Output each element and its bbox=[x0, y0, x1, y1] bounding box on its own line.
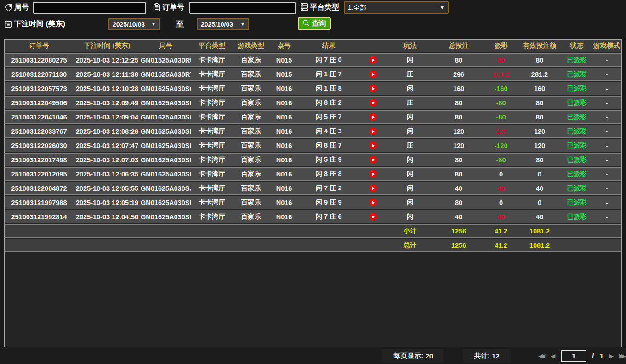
cell-total: 160 bbox=[433, 85, 484, 92]
table-row[interactable]: 2510031220711302025-10-03 12:11:38GN0152… bbox=[5, 68, 621, 81]
table-row[interactable]: 2510031220410462025-10-03 12:09:04GN0162… bbox=[5, 110, 621, 124]
table-row[interactable]: 2510031220802752025-10-03 12:12:25GN0152… bbox=[5, 53, 621, 67]
cell-round: GN01525A030RT bbox=[141, 71, 191, 78]
cell-game: 百家乐 bbox=[233, 56, 269, 64]
next-page-icon[interactable]: ▶ bbox=[609, 353, 614, 359]
cell-order: 251003122012095 bbox=[5, 171, 74, 178]
cell-result: 闲 1 庄 7 bbox=[299, 70, 359, 79]
table-row[interactable]: 2510031220120952025-10-03 12:06:35GN0162… bbox=[5, 167, 621, 181]
play-video-icon[interactable] bbox=[369, 156, 377, 164]
round-number-input[interactable] bbox=[33, 2, 146, 14]
play-video-icon[interactable] bbox=[369, 127, 377, 135]
cell-status: 已派彩 bbox=[562, 98, 592, 107]
cell-replay bbox=[359, 170, 387, 178]
cell-mode: - bbox=[592, 185, 621, 192]
cell-table_no: N016 bbox=[269, 114, 299, 121]
table-row[interactable]: 2510031220575732025-10-03 12:10:28GN0162… bbox=[5, 82, 621, 95]
cell-status: 已派彩 bbox=[562, 127, 592, 136]
cell-mode: - bbox=[592, 128, 621, 135]
cell-table_no: N016 bbox=[269, 199, 299, 206]
subtotal-row: 小计125641.21081.2 bbox=[5, 224, 621, 238]
play-video-icon[interactable] bbox=[369, 99, 377, 107]
first-page-icon[interactable]: ◀◀ bbox=[538, 353, 545, 359]
total-pages: 1 bbox=[600, 352, 603, 360]
cell-total: 120 bbox=[433, 142, 484, 149]
table-row[interactable]: 2510031220260302025-10-03 12:07:47GN0162… bbox=[5, 139, 621, 152]
cell-time: 2025-10-03 12:11:38 bbox=[74, 71, 141, 78]
table-row[interactable]: 2510031220174982025-10-03 12:07:03GN0162… bbox=[5, 153, 621, 166]
cell-mode: - bbox=[592, 57, 621, 64]
date-to-picker[interactable]: 2025/10/03 ▼ bbox=[197, 18, 249, 30]
cell-valid: 80 bbox=[518, 57, 562, 64]
cell-status: 已派彩 bbox=[562, 84, 592, 93]
cell-valid: 80 bbox=[518, 114, 562, 121]
cell-game: 百家乐 bbox=[233, 127, 269, 136]
cell-round: GN01625A030SP bbox=[141, 99, 191, 107]
play-video-icon[interactable] bbox=[369, 184, 377, 192]
total-count-value: 12 bbox=[492, 352, 500, 360]
sum-total: 1256 bbox=[433, 228, 484, 235]
play-video-icon[interactable] bbox=[369, 70, 377, 78]
cell-play_type: 庄 bbox=[387, 70, 433, 79]
table-row[interactable]: 2510031220048722025-10-03 12:05:55GN0162… bbox=[5, 182, 621, 195]
cell-result: 闲 8 庄 8 bbox=[299, 170, 359, 178]
cell-game: 百家乐 bbox=[233, 84, 269, 93]
column-header: 玩法 bbox=[387, 41, 433, 50]
cell-valid: 80 bbox=[518, 156, 562, 164]
cell-valid: 120 bbox=[518, 128, 562, 135]
order-number-input[interactable] bbox=[189, 2, 296, 14]
page-number-input[interactable] bbox=[561, 350, 586, 362]
sum-payout: 41.2 bbox=[484, 242, 518, 249]
per-page-label: 每页显示: bbox=[393, 352, 423, 360]
cell-total: 120 bbox=[433, 128, 484, 135]
date-from-picker[interactable]: 2025/10/03 ▼ bbox=[108, 18, 160, 30]
cell-status: 已派彩 bbox=[562, 198, 592, 207]
last-page-icon[interactable]: ▶▶ bbox=[619, 353, 626, 359]
play-video-icon[interactable] bbox=[369, 213, 377, 221]
cell-result: 闲 5 庄 9 bbox=[299, 155, 359, 164]
sum-payout: 41.2 bbox=[484, 228, 518, 235]
play-video-icon[interactable] bbox=[369, 113, 377, 121]
calendar-icon bbox=[4, 19, 13, 30]
cell-mode: - bbox=[592, 213, 621, 221]
cell-time: 2025-10-03 12:08:28 bbox=[74, 128, 141, 135]
table-row[interactable]: 2510031220495062025-10-03 12:09:49GN0162… bbox=[5, 96, 621, 109]
play-video-icon[interactable] bbox=[369, 56, 377, 64]
query-button[interactable]: 查询 bbox=[298, 17, 331, 30]
cell-round: GN01625A030SK bbox=[141, 171, 191, 178]
cell-round: GN01525A030RU bbox=[141, 57, 191, 64]
platform-type-select[interactable]: 1.全部 ▼ bbox=[344, 1, 449, 14]
cell-valid: 80 bbox=[518, 99, 562, 107]
sum-valid: 1081.2 bbox=[518, 228, 562, 235]
play-video-icon[interactable] bbox=[369, 170, 377, 178]
column-header: 有效投注额 bbox=[518, 41, 562, 50]
play-video-icon[interactable] bbox=[369, 199, 377, 206]
cell-time: 2025-10-03 12:05:55 bbox=[74, 185, 141, 192]
prev-page-icon[interactable]: ◀ bbox=[551, 353, 555, 359]
cell-platform: 卡卡湾厅 bbox=[191, 56, 233, 64]
cell-replay bbox=[359, 142, 387, 150]
table-row[interactable]: 2510031220337672025-10-03 12:08:28GN0162… bbox=[5, 125, 621, 138]
column-header: 总投注 bbox=[433, 41, 484, 50]
cell-table_no: N016 bbox=[269, 171, 299, 178]
query-button-label: 查询 bbox=[312, 19, 326, 28]
cell-game: 百家乐 bbox=[233, 184, 269, 193]
table-row[interactable]: 2510031219928142025-10-03 12:04:50GN0162… bbox=[5, 210, 621, 223]
cell-order: 251003121997988 bbox=[5, 199, 74, 206]
cell-platform: 卡卡湾厅 bbox=[191, 127, 233, 136]
cell-payout: 120 bbox=[484, 128, 518, 135]
cell-payout: 80 bbox=[484, 57, 518, 64]
search-icon bbox=[302, 19, 310, 28]
cell-result: 闲 9 庄 9 bbox=[299, 198, 359, 207]
cell-replay bbox=[359, 85, 387, 93]
cell-valid: 40 bbox=[518, 185, 562, 192]
play-video-icon[interactable] bbox=[369, 142, 377, 149]
cell-platform: 卡卡湾厅 bbox=[191, 212, 233, 221]
cell-platform: 卡卡湾厅 bbox=[191, 198, 233, 207]
column-header: 游戏类型 bbox=[233, 41, 269, 50]
play-video-icon[interactable] bbox=[369, 85, 377, 92]
bet-time-label: 下注时间 (美东) bbox=[14, 19, 65, 29]
cell-replay bbox=[359, 156, 387, 164]
cell-time: 2025-10-03 12:10:28 bbox=[74, 85, 141, 92]
table-row[interactable]: 2510031219979882025-10-03 12:05:19GN0162… bbox=[5, 196, 621, 209]
